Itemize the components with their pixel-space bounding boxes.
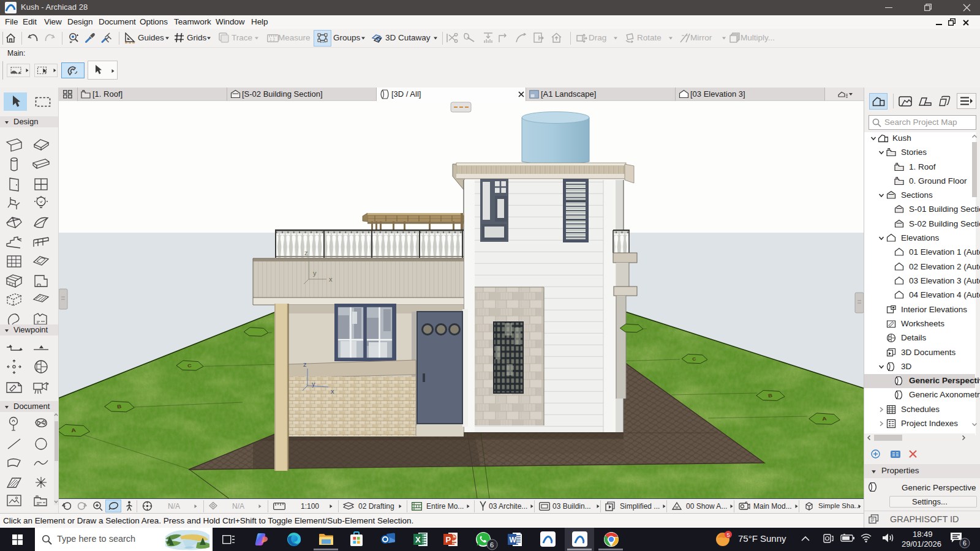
svg-text:y: y: [313, 269, 317, 277]
svg-text:X: X: [415, 535, 421, 544]
svg-text:y: y: [312, 380, 315, 388]
svg-text:x: x: [331, 388, 334, 395]
svg-text:W: W: [510, 536, 517, 544]
svg-text:6: 6: [963, 539, 967, 547]
svg-text:z: z: [303, 361, 307, 368]
svg-text:5: 5: [727, 532, 730, 538]
svg-text:1 2: 1 2: [270, 37, 275, 42]
svg-text:B: B: [767, 392, 772, 399]
svg-text:A: A: [821, 416, 827, 422]
svg-text:6: 6: [490, 541, 494, 549]
svg-text:C: C: [187, 363, 192, 369]
svg-text:x: x: [329, 276, 333, 283]
svg-text:A: A: [70, 427, 76, 433]
svg-text:P: P: [446, 535, 451, 544]
svg-text:z: z: [304, 249, 308, 257]
